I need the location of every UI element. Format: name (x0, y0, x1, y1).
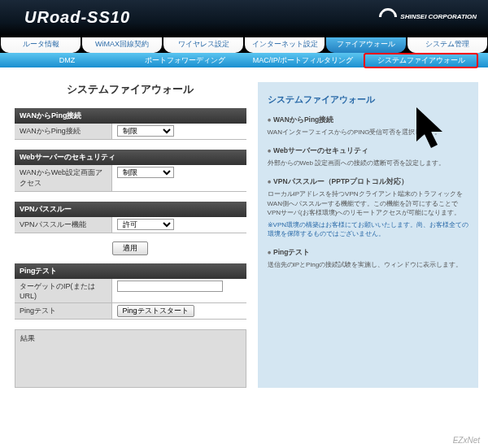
help-item-heading: WANからPing接続 (268, 115, 468, 125)
highlight-box (364, 53, 478, 68)
section-vpn-header: VPNパススルー (15, 202, 246, 217)
main-tab-2[interactable]: ワイヤレス設定 (163, 37, 243, 53)
ping-start-button[interactable]: Pingテストスタート (117, 305, 194, 317)
section-web-sec-header: Webサーバーのセキュリティ (15, 150, 246, 165)
ping-action-label: Pingテスト (15, 303, 112, 319)
help-item-desc: ローカルIPアドレスを持つVPNクライアント端末のトラフィックをWAN側へパスス… (268, 189, 468, 217)
help-item-desc: 送信先のIPとPingの接続試験を実施し、ウィンドウに表示します。 (268, 260, 468, 269)
ping-target-label: ターゲットのIP(またはURL) (15, 279, 112, 302)
web-sec-select[interactable]: 制限 (117, 167, 174, 178)
help-item-note: ※VPN環境の構築はお客様にてお願いいたします。尚、お客様全ての環境を保障するも… (268, 220, 468, 238)
logo-ring-icon (376, 4, 401, 29)
help-item-2: VPNパススルー（PPTPプロトコル対応）ローカルIPアドレスを持つVPNクライ… (268, 177, 468, 238)
vpn-label: VPNパススルー機能 (15, 217, 112, 233)
help-item-desc: 外部からのWeb 設定画面への接続の遮断可否を設定します。 (268, 159, 468, 167)
sub-tab-1[interactable]: ポートフォワーディング (134, 55, 236, 66)
main-panel: システムファイアウォール WANからPing接続 WANからPing接続 制限 … (15, 82, 246, 388)
ping-result-box: 結果 (15, 329, 246, 388)
help-item-heading: VPNパススルー（PPTPプロトコル対応） (268, 177, 468, 187)
help-item-desc: WANインターフェイスからのPING受信可否を選択します。 (268, 128, 468, 137)
help-item-heading: Webサーバーのセキュリティ (268, 146, 468, 156)
watermark: EZxNet (453, 436, 480, 445)
main-tab-4[interactable]: ファイアウォール (326, 37, 406, 53)
main-tab-5[interactable]: システム管理 (407, 37, 487, 53)
corp-logo: SHINSEI CORPORATION (379, 8, 477, 26)
help-item-0: WANからPing接続WANインターフェイスからのPING受信可否を選択します。 (268, 115, 468, 137)
wan-ping-select[interactable]: 制限 (117, 125, 174, 137)
wan-ping-label: WANからPing接続 (15, 124, 112, 139)
help-item-heading: Pingテスト (268, 248, 468, 258)
ping-target-input[interactable] (117, 281, 223, 292)
section-pingtest-header: Pingテスト (15, 263, 246, 279)
main-tab-3[interactable]: インターネット設定 (245, 37, 325, 53)
sub-tabs: DMZポートフォワーディングMAC/IP/ポートフィルタリングシステムファイアウ… (0, 53, 488, 67)
ping-result-label: 結果 (20, 334, 35, 342)
main-tabs: ルータ情報WiMAX回線契約ワイヤレス設定インターネット設定ファイアウォールシス… (0, 37, 488, 53)
section-wan-ping-header: WANからPing接続 (15, 108, 246, 124)
apply-button[interactable]: 適用 (112, 241, 148, 255)
help-title: システムファイアウォール (268, 94, 468, 106)
sub-tab-0[interactable]: DMZ (16, 56, 118, 64)
app-header: URoad-SS10 SHINSEI CORPORATION (0, 0, 488, 37)
help-item-1: Webサーバーのセキュリティ外部からのWeb 設定画面への接続の遮断可否を設定し… (268, 146, 468, 167)
vpn-select[interactable]: 許可 (117, 219, 174, 230)
help-item-3: Pingテスト送信先のIPとPingの接続試験を実施し、ウィンドウに表示します。 (268, 248, 468, 269)
main-tab-0[interactable]: ルータ情報 (1, 37, 81, 53)
corp-name: SHINSEI CORPORATION (400, 14, 477, 21)
web-sec-label: WANからWeb設定画面アクセス (15, 165, 112, 191)
sub-tab-3[interactable]: システムファイアウォール (370, 55, 472, 66)
help-panel: システムファイアウォール WANからPing接続WANインターフェイスからのPI… (258, 82, 478, 388)
sub-tab-2[interactable]: MAC/IP/ポートフィルタリング (252, 55, 354, 66)
page-title: システムファイアウォール (15, 82, 246, 97)
main-tab-1[interactable]: WiMAX回線契約 (82, 37, 162, 53)
